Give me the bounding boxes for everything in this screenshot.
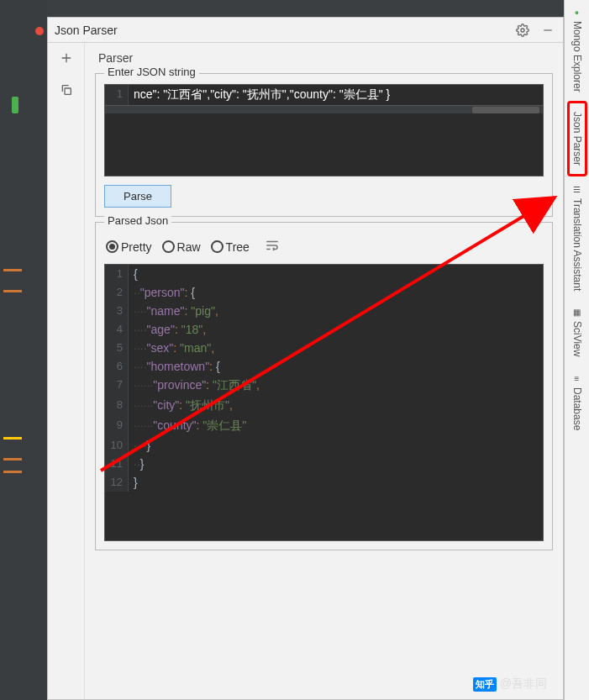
svg-point-0 — [521, 29, 524, 32]
gear-icon[interactable] — [514, 22, 531, 39]
change-mark — [3, 269, 22, 271]
minimize-icon[interactable] — [539, 22, 556, 39]
rail-database[interactable]: ≡Database — [570, 366, 585, 439]
line-number: 7 — [105, 376, 129, 396]
svg-rect-1 — [544, 29, 551, 30]
rail-mongo-explorer[interactable]: ●Mongo Explorer — [570, 0, 585, 101]
horizontal-scrollbar[interactable] — [105, 105, 543, 113]
output-line: ····"hometown": { — [129, 357, 543, 376]
rail-translation-label: Translation Assistant — [571, 198, 583, 291]
output-line: ····"name": "pig", — [129, 302, 543, 320]
output-line: ····} — [129, 436, 543, 455]
right-tool-rail: ●Mongo Explorer Json Parser ☰Translation… — [564, 0, 589, 700]
output-legend: Parsed Json — [104, 214, 171, 227]
line-number: 10 — [105, 436, 129, 455]
add-icon[interactable] — [56, 48, 76, 68]
line-number: 8 — [105, 396, 129, 416]
output-line: ··} — [129, 455, 543, 473]
input-fieldset: Enter JSON string 1 nce": "江西省","city": … — [95, 73, 553, 217]
radio-pretty-label: Pretty — [121, 240, 152, 254]
output-line: ····"age": "18", — [129, 320, 543, 339]
output-line: ······"province": "江西省", — [129, 376, 543, 396]
change-mark — [3, 458, 22, 461]
rail-translation[interactable]: ☰Translation Assistant — [570, 176, 585, 299]
run-marker — [12, 97, 18, 113]
rail-sciview-label: SciView — [571, 321, 583, 356]
line-number: 1 — [105, 265, 129, 283]
line-number: 5 — [105, 339, 129, 357]
radio-tree-label: Tree — [226, 240, 250, 254]
json-output-box[interactable]: 1{2··"person": {3····"name": "pig",4····… — [104, 264, 544, 541]
rail-mongo-label: Mongo Explorer — [571, 21, 583, 92]
change-mark — [3, 290, 22, 292]
zhihu-logo: 知乎 — [473, 677, 497, 692]
line-number: 3 — [105, 302, 129, 320]
change-mark — [3, 471, 22, 473]
editor-left-gutter — [0, 0, 47, 700]
rail-json-label: Json Parser — [571, 112, 583, 166]
output-line: } — [129, 473, 543, 492]
parse-button[interactable]: Parse — [104, 185, 171, 208]
radio-raw[interactable]: Raw — [162, 240, 201, 254]
watermark: 知乎 @吾非同 — [473, 676, 547, 692]
input-line[interactable]: nce": "江西省","city": "抚州市","county": "崇仁县… — [129, 85, 543, 105]
line-number: 4 — [105, 320, 129, 339]
wrap-icon[interactable] — [265, 238, 280, 255]
view-mode-row: Pretty Raw Tree — [104, 233, 544, 264]
line-number: 2 — [105, 283, 129, 302]
radio-pretty[interactable]: Pretty — [106, 240, 152, 254]
output-line: ······"city": "抚州市", — [129, 396, 543, 416]
line-number: 6 — [105, 357, 129, 376]
output-line: { — [129, 265, 543, 283]
line-number: 1 — [105, 85, 129, 105]
panel-title: Json Parser — [55, 24, 118, 37]
input-legend: Enter JSON string — [104, 66, 199, 78]
change-mark — [3, 437, 22, 439]
tool-column — [48, 43, 85, 699]
radio-tree[interactable]: Tree — [211, 240, 250, 254]
output-line: ····"sex": "man", — [129, 339, 543, 357]
output-fieldset: Parsed Json Pretty Raw Tree 1{2··"person… — [95, 222, 553, 550]
breakpoint-dot — [35, 27, 44, 35]
content-column: Parser Enter JSON string 1 nce": "江西省","… — [85, 43, 563, 699]
panel-header: Json Parser — [48, 18, 563, 43]
rail-sciview[interactable]: ▦SciView — [570, 299, 585, 365]
rail-json-parser[interactable]: Json Parser — [567, 101, 587, 176]
line-number: 12 — [105, 473, 129, 492]
svg-rect-2 — [65, 88, 71, 94]
copy-icon[interactable] — [56, 80, 76, 100]
line-number: 9 — [105, 416, 129, 436]
json-input-box[interactable]: 1 nce": "江西省","city": "抚州市","county": "崇… — [104, 84, 544, 176]
watermark-text: @吾非同 — [500, 676, 547, 692]
json-parser-panel: Json Parser Parser Enter JSON string — [47, 17, 564, 700]
line-number: 11 — [105, 455, 129, 473]
rail-database-label: Database — [571, 387, 583, 430]
output-line: ··"person": { — [129, 283, 543, 302]
output-line: ······"county": "崇仁县" — [129, 416, 543, 436]
radio-raw-label: Raw — [177, 240, 201, 254]
